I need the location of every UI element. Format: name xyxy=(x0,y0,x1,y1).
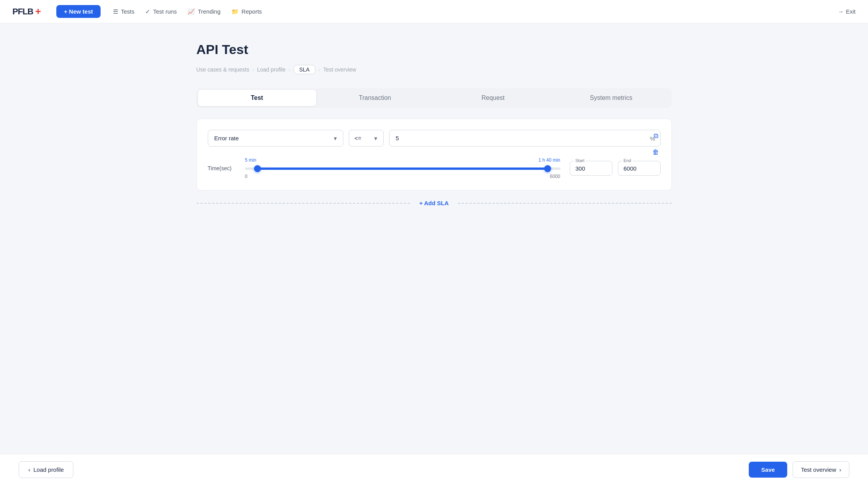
range-fill xyxy=(257,167,548,170)
next-button-label: Test overview xyxy=(801,466,836,473)
range-track[interactable] xyxy=(245,167,560,170)
slider-container: 5 min 1 h 40 min 0 6000 xyxy=(245,157,560,179)
slider-start-tick: 5 min xyxy=(245,157,256,163)
chevron-icon-3: › xyxy=(318,67,320,73)
breadcrumb-sla: SLA xyxy=(294,65,315,74)
back-button[interactable]: ‹ Load profile xyxy=(19,461,73,478)
slider-range-labels: 0 6000 xyxy=(245,174,560,179)
start-input-wrapper: Start xyxy=(570,161,612,176)
main-content: API Test Use cases & requests › Load pro… xyxy=(178,23,691,255)
condition-select[interactable]: <= >= < > = xyxy=(349,130,384,147)
start-end-inputs: Start End xyxy=(570,161,661,176)
slider-max-label: 6000 xyxy=(550,174,560,179)
nav-test-runs-label: Test runs xyxy=(153,8,177,15)
logo-text: PFLB xyxy=(12,7,33,17)
chevron-icon-1: › xyxy=(252,67,254,73)
slider-min-label: 0 xyxy=(245,174,248,179)
bottom-bar: ‹ Load profile Save Test overview › xyxy=(0,454,868,485)
chevron-left-icon: ‹ xyxy=(28,466,30,473)
end-label: End xyxy=(622,158,633,163)
page-title: API Test xyxy=(197,42,672,57)
time-label: Time(sec) xyxy=(208,165,236,171)
nav-reports-label: Reports xyxy=(242,8,262,15)
time-slider-row: Time(sec) 5 min 1 h 40 min 0 6000 xyxy=(208,157,661,179)
nav-test-runs[interactable]: ✓ Test runs xyxy=(145,8,177,15)
new-test-button[interactable]: + New test xyxy=(56,5,101,18)
start-label: Start xyxy=(574,158,586,163)
dashed-line-right xyxy=(458,203,671,204)
bottom-right: Save Test overview › xyxy=(749,461,849,478)
chevron-right-icon: › xyxy=(839,466,841,473)
end-field: End xyxy=(618,161,661,176)
nav-tests[interactable]: ☰ Tests xyxy=(113,8,134,15)
slider-ticks: 5 min 1 h 40 min xyxy=(245,157,560,163)
folder-icon: 📁 xyxy=(231,8,239,15)
copy-icon: ⧉ xyxy=(654,132,658,140)
sla-row-top: Error rate Response time Throughput ▼ <=… xyxy=(208,130,661,147)
add-sla-button[interactable]: + Add SLA xyxy=(416,198,452,208)
value-input-wrapper: % xyxy=(389,130,661,147)
copy-sla-button[interactable]: ⧉ xyxy=(650,130,662,142)
nav-trending[interactable]: 📈 Trending xyxy=(188,8,221,15)
condition-select-wrapper: <= >= < > = ▼ xyxy=(349,130,384,147)
tab-test[interactable]: Test xyxy=(198,90,316,106)
dashed-line-left xyxy=(197,203,410,204)
exit-button[interactable]: → Exit xyxy=(838,8,856,15)
delete-icon: 🗑 xyxy=(652,148,659,156)
list-icon: ☰ xyxy=(113,8,118,15)
exit-label: Exit xyxy=(846,8,856,15)
breadcrumb-test-overview[interactable]: Test overview xyxy=(323,66,356,73)
slider-end-tick: 1 h 40 min xyxy=(538,157,560,163)
trending-icon: 📈 xyxy=(188,8,195,15)
breadcrumb: Use cases & requests › Load profile › SL… xyxy=(197,65,672,74)
range-thumb-left[interactable] xyxy=(254,165,261,172)
nav-links: ☰ Tests ✓ Test runs 📈 Trending 📁 Reports xyxy=(113,8,825,15)
add-sla-row: + Add SLA xyxy=(197,198,672,208)
tab-transaction[interactable]: Transaction xyxy=(316,90,434,106)
nav-reports[interactable]: 📁 Reports xyxy=(231,8,262,15)
check-circle-icon: ✓ xyxy=(145,8,150,15)
logo: PFLB+ xyxy=(12,5,41,17)
start-field: Start xyxy=(570,161,612,176)
delete-sla-button[interactable]: 🗑 xyxy=(650,146,662,159)
metric-select-wrapper: Error rate Response time Throughput ▼ xyxy=(208,130,343,147)
sla-card: Error rate Response time Throughput ▼ <=… xyxy=(197,119,672,190)
end-input[interactable] xyxy=(624,165,655,172)
next-button[interactable]: Test overview › xyxy=(793,461,849,478)
save-button[interactable]: Save xyxy=(749,462,787,478)
range-thumb-right[interactable] xyxy=(544,165,551,172)
end-input-wrapper: End xyxy=(618,161,661,176)
exit-icon: → xyxy=(838,8,844,15)
logo-plus: + xyxy=(35,5,40,17)
nav-trending-label: Trending xyxy=(198,8,221,15)
breadcrumb-use-cases[interactable]: Use cases & requests xyxy=(197,66,249,73)
navbar: PFLB+ + New test ☰ Tests ✓ Test runs 📈 T… xyxy=(0,0,868,23)
nav-tests-label: Tests xyxy=(121,8,134,15)
tabs-container: Test Transaction Request System metrics xyxy=(197,88,672,108)
chevron-icon-2: › xyxy=(289,67,290,73)
sla-actions: ⧉ 🗑 xyxy=(650,130,662,159)
start-input[interactable] xyxy=(576,165,607,172)
back-button-label: Load profile xyxy=(33,466,64,473)
tab-system-metrics[interactable]: System metrics xyxy=(552,90,670,106)
tab-request[interactable]: Request xyxy=(434,90,552,106)
threshold-input[interactable] xyxy=(389,130,661,147)
breadcrumb-load-profile[interactable]: Load profile xyxy=(257,66,285,73)
metric-select[interactable]: Error rate Response time Throughput xyxy=(208,130,343,147)
